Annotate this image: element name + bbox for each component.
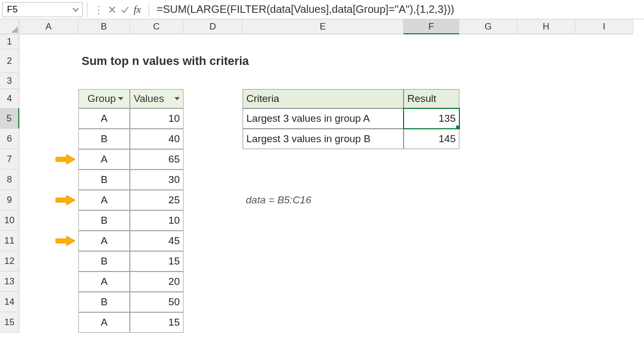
empty-cell[interactable] bbox=[575, 312, 633, 333]
empty-cell[interactable] bbox=[19, 73, 78, 89]
cancel-formula-button[interactable] bbox=[106, 2, 119, 17]
data-cell-group[interactable]: B bbox=[78, 129, 130, 149]
empty-cell[interactable] bbox=[184, 129, 243, 149]
row-header-3[interactable]: 3 bbox=[0, 73, 19, 89]
empty-cell[interactable] bbox=[459, 170, 517, 190]
chevron-down-icon[interactable] bbox=[72, 4, 79, 15]
empty-cell[interactable] bbox=[19, 34, 78, 49]
table-header-values[interactable]: Values bbox=[130, 89, 184, 108]
row-header-6[interactable]: 6 bbox=[0, 129, 19, 149]
empty-cell[interactable] bbox=[517, 34, 575, 49]
data-cell-values[interactable]: 30 bbox=[130, 170, 184, 190]
row-header-12[interactable]: 12 bbox=[0, 251, 19, 271]
empty-cell[interactable] bbox=[459, 210, 517, 231]
empty-cell[interactable] bbox=[575, 129, 633, 149]
column-header-A[interactable]: A bbox=[19, 19, 78, 34]
empty-cell[interactable] bbox=[517, 89, 575, 108]
empty-cell[interactable] bbox=[575, 190, 633, 210]
row-header-11[interactable]: 11 bbox=[0, 231, 19, 251]
empty-cell[interactable] bbox=[459, 292, 517, 312]
empty-cell[interactable] bbox=[184, 271, 243, 292]
row-header-7[interactable]: 7 bbox=[0, 149, 19, 170]
column-header-C[interactable]: C bbox=[130, 19, 184, 34]
row-header-13[interactable]: 13 bbox=[0, 271, 19, 292]
empty-cell[interactable] bbox=[575, 210, 633, 231]
empty-cell[interactable] bbox=[243, 271, 404, 292]
row-header-15[interactable]: 15 bbox=[0, 312, 19, 333]
empty-cell[interactable] bbox=[459, 190, 517, 210]
empty-cell[interactable] bbox=[517, 108, 575, 129]
empty-cell[interactable] bbox=[19, 108, 78, 129]
empty-cell[interactable] bbox=[19, 312, 78, 333]
empty-cell[interactable] bbox=[575, 231, 633, 251]
empty-cell[interactable] bbox=[575, 34, 633, 49]
empty-cell[interactable] bbox=[459, 108, 517, 129]
data-cell-group[interactable]: B bbox=[78, 292, 130, 312]
data-cell-values[interactable]: 50 bbox=[130, 292, 184, 312]
empty-cell[interactable] bbox=[517, 170, 575, 190]
empty-cell[interactable] bbox=[575, 251, 633, 271]
empty-cell[interactable] bbox=[575, 89, 633, 108]
data-cell-values[interactable]: 10 bbox=[130, 108, 184, 129]
empty-cell[interactable] bbox=[243, 34, 404, 49]
data-cell-values[interactable]: 25 bbox=[130, 190, 184, 210]
empty-cell[interactable] bbox=[404, 251, 459, 271]
empty-cell[interactable] bbox=[184, 190, 243, 210]
empty-cell[interactable] bbox=[243, 210, 404, 231]
row-header-8[interactable]: 8 bbox=[0, 170, 19, 190]
empty-cell[interactable] bbox=[404, 49, 459, 73]
empty-cell[interactable] bbox=[575, 292, 633, 312]
empty-cell[interactable] bbox=[404, 170, 459, 190]
row-header-5[interactable]: 5 bbox=[0, 108, 19, 129]
empty-cell[interactable] bbox=[19, 129, 78, 149]
data-cell-group[interactable]: A bbox=[78, 149, 130, 170]
empty-cell[interactable] bbox=[243, 73, 404, 89]
empty-cell[interactable] bbox=[19, 292, 78, 312]
select-all-corner[interactable] bbox=[0, 19, 19, 34]
data-cell-group[interactable]: A bbox=[78, 231, 130, 251]
result-header[interactable]: Result bbox=[404, 89, 459, 108]
empty-cell[interactable] bbox=[184, 312, 243, 333]
empty-cell[interactable] bbox=[184, 149, 243, 170]
empty-cell[interactable] bbox=[243, 251, 404, 271]
empty-cell[interactable] bbox=[404, 73, 459, 89]
data-cell-group[interactable]: B bbox=[78, 170, 130, 190]
row-header-1[interactable]: 1 bbox=[0, 34, 19, 49]
fx-icon[interactable]: fx bbox=[134, 4, 141, 16]
empty-cell[interactable] bbox=[184, 108, 243, 129]
data-cell-values[interactable]: 40 bbox=[130, 129, 184, 149]
empty-cell[interactable] bbox=[517, 271, 575, 292]
data-cell-values[interactable]: 10 bbox=[130, 210, 184, 231]
empty-cell[interactable] bbox=[575, 108, 633, 129]
column-header-B[interactable]: B bbox=[78, 19, 130, 34]
data-cell-values[interactable]: 65 bbox=[130, 149, 184, 170]
empty-cell[interactable] bbox=[184, 170, 243, 190]
empty-cell[interactable] bbox=[459, 34, 517, 49]
column-header-F[interactable]: F bbox=[404, 19, 459, 34]
empty-cell[interactable] bbox=[404, 210, 459, 231]
empty-cell[interactable] bbox=[517, 292, 575, 312]
formula-input[interactable]: =SUM(LARGE(FILTER(data[Values],data[Grou… bbox=[153, 3, 644, 16]
empty-cell[interactable] bbox=[517, 210, 575, 231]
empty-cell[interactable] bbox=[184, 210, 243, 231]
empty-cell[interactable] bbox=[404, 271, 459, 292]
empty-cell[interactable] bbox=[517, 49, 575, 73]
enter-formula-button[interactable] bbox=[119, 2, 131, 17]
column-header-D[interactable]: D bbox=[184, 19, 243, 34]
empty-cell[interactable] bbox=[459, 129, 517, 149]
empty-cell[interactable] bbox=[459, 149, 517, 170]
filter-dropdown-icon[interactable] bbox=[174, 97, 180, 100]
empty-cell[interactable] bbox=[575, 170, 633, 190]
column-header-H[interactable]: H bbox=[517, 19, 575, 34]
data-cell-values[interactable]: 45 bbox=[130, 231, 184, 251]
table-header-group[interactable]: Group bbox=[78, 89, 130, 108]
empty-cell[interactable] bbox=[517, 73, 575, 89]
empty-cell[interactable] bbox=[459, 251, 517, 271]
data-cell-group[interactable]: A bbox=[78, 190, 130, 210]
empty-cell[interactable] bbox=[575, 149, 633, 170]
empty-cell[interactable] bbox=[404, 190, 459, 210]
row-header-9[interactable]: 9 bbox=[0, 190, 19, 210]
empty-cell[interactable] bbox=[575, 73, 633, 89]
empty-cell[interactable] bbox=[130, 73, 184, 89]
empty-cell[interactable] bbox=[404, 312, 459, 333]
